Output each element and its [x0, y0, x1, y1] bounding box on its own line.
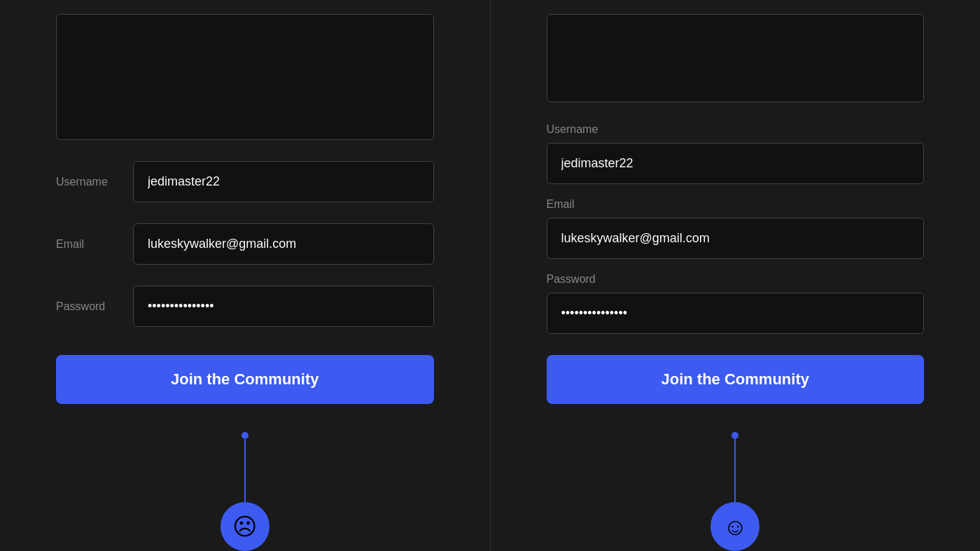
left-connector-line	[244, 439, 246, 502]
right-emoji-icon: ☺	[723, 515, 748, 538]
left-username-label: Username	[56, 176, 133, 188]
right-password-row: Password	[547, 273, 925, 334]
right-connector-line	[734, 439, 736, 502]
left-password-row: Password	[56, 286, 434, 327]
right-email-input[interactable]	[547, 218, 925, 259]
right-password-label: Password	[547, 273, 925, 286]
right-join-button[interactable]: Join the Community	[547, 355, 925, 404]
left-email-input[interactable]	[133, 223, 434, 265]
left-emoji-connector: ☹	[56, 432, 434, 551]
right-emoji-circle: ☺	[710, 502, 760, 551]
right-username-label: Username	[547, 123, 925, 136]
right-username-row: Username	[547, 123, 925, 184]
right-emoji-connector: ☺	[547, 432, 925, 551]
left-password-label: Password	[56, 300, 133, 313]
right-connector-dot	[732, 432, 738, 439]
right-password-input[interactable]	[547, 293, 925, 334]
right-email-label: Email	[547, 198, 925, 211]
left-password-input[interactable]	[133, 286, 434, 327]
left-username-input[interactable]	[133, 161, 434, 202]
left-email-row: Email	[56, 223, 434, 265]
left-top-input[interactable]	[56, 14, 434, 140]
panels-container: Username Email Password Join the Communi…	[0, 0, 980, 551]
left-join-button[interactable]: Join the Community	[56, 355, 434, 404]
right-email-row: Email	[547, 198, 925, 259]
left-emoji-icon: ☹	[232, 515, 257, 538]
left-email-label: Email	[56, 238, 133, 251]
right-username-input[interactable]	[547, 143, 925, 184]
left-emoji-circle: ☹	[220, 502, 270, 551]
left-username-row: Username	[56, 161, 434, 202]
right-top-input[interactable]	[547, 14, 925, 102]
left-connector-dot	[241, 432, 248, 439]
right-panel: Username Email Password Join the Communi…	[491, 0, 981, 551]
left-panel: Username Email Password Join the Communi…	[0, 0, 490, 551]
